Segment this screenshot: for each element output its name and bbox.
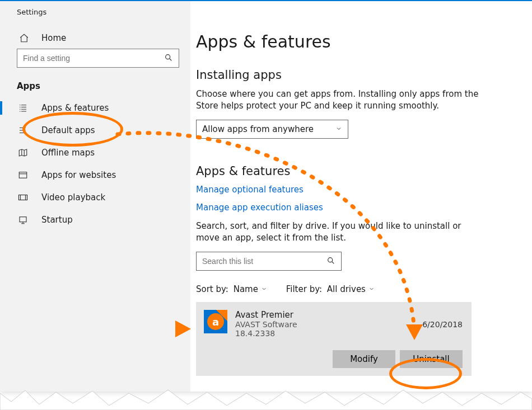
svg-rect-1 [19,172,27,178]
app-vendor: AVAST Software [235,320,422,329]
sidebar-item-label: Apps & features [41,103,109,113]
apps-search[interactable] [196,252,342,271]
home-label: Home [41,33,66,43]
sidebar-search[interactable] [17,49,179,68]
home-nav[interactable]: Home [0,27,190,49]
apps-features-icon [17,103,29,113]
sidebar-search-input[interactable] [23,54,164,63]
svg-point-4 [328,257,333,262]
filter-by[interactable]: Filter by: All drives [286,284,375,294]
torn-edge-decoration [0,382,532,410]
default-apps-icon [17,125,29,135]
sort-by[interactable]: Sort by: Name [196,284,267,294]
sidebar-item-default-apps[interactable]: Default apps [0,119,190,142]
svg-rect-2 [19,195,27,200]
install-source-dropdown[interactable]: Allow apps from anywhere [196,120,348,139]
app-version: 18.4.2338 [235,329,422,338]
sidebar-item-apps-features[interactable]: Apps & features [0,97,190,119]
sidebar-item-label: Startup [41,215,73,225]
sidebar-item-label: Offline maps [41,148,95,158]
content-pane: Apps & features Installing apps Choose w… [190,1,532,392]
apps-search-input[interactable] [202,257,326,266]
app-icon: a [204,310,227,333]
apps-list-desc: Search, sort, and filter by drive. If yo… [196,220,487,244]
settings-window: Settings Home Apps Apps & features Defa [0,0,532,392]
apps-websites-icon [17,170,29,180]
sidebar-item-video-playback[interactable]: Video playback [0,186,190,209]
startup-icon [17,215,29,225]
svg-rect-3 [20,217,26,222]
sidebar-item-apps-websites[interactable]: Apps for websites [0,164,190,186]
app-title: Settings [0,8,190,27]
sidebar: Settings Home Apps Apps & features Defa [0,1,190,392]
installing-apps-title: Installing apps [196,68,510,82]
modify-button[interactable]: Modify [333,350,395,368]
sort-filter-bar: Sort by: Name Filter by: All drives [196,284,510,294]
app-name: Avast Premier [235,310,422,320]
app-list-item[interactable]: a Avast Premier AVAST Software 18.4.2338… [196,302,472,376]
sidebar-item-label: Video playback [41,192,105,202]
manage-optional-features-link[interactable]: Manage optional features [196,185,510,195]
page-title: Apps & features [196,32,510,51]
manage-execution-aliases-link[interactable]: Manage app execution aliases [196,202,510,213]
video-playback-icon [17,192,29,202]
svg-point-0 [166,54,170,59]
dropdown-value: Allow apps from anywhere [202,124,314,134]
search-icon [326,256,335,267]
home-icon [18,33,30,43]
sidebar-item-startup[interactable]: Startup [0,209,190,231]
sidebar-item-offline-maps[interactable]: Offline maps [0,142,190,164]
offline-maps-icon [17,148,29,158]
sidebar-item-label: Apps for websites [41,170,116,180]
chevron-down-icon [368,284,375,294]
chevron-down-icon [335,124,342,134]
apps-features-subtitle: Apps & features [196,164,510,178]
sidebar-item-label: Default apps [41,125,95,135]
search-icon [164,53,173,64]
chevron-down-icon [261,284,267,294]
app-install-date: 6/20/2018 [422,310,463,338]
uninstall-button[interactable]: Uninstall [400,350,463,368]
installing-apps-desc: Choose where you can get apps from. Inst… [196,88,487,112]
sidebar-section-label: Apps [0,78,190,97]
